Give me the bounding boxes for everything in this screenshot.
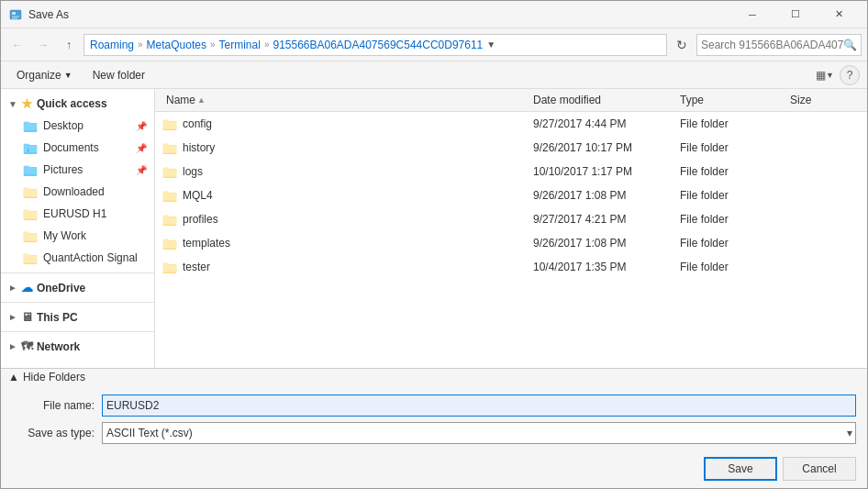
- sidebar: ▼ ★ Quick access Desktop 📌 ↓ Documents: [1, 89, 155, 368]
- row-date: 10/10/2017 1:17 PM: [529, 165, 676, 178]
- sidebar-item-documents[interactable]: ↓ Documents 📌: [1, 137, 154, 159]
- breadcrumb-sep-1: »: [138, 39, 143, 50]
- hide-folders-icon: ▲: [8, 371, 19, 383]
- main-content: ▼ ★ Quick access Desktop 📌 ↓ Documents: [1, 89, 867, 368]
- col-header-date[interactable]: Date modified: [529, 91, 676, 109]
- view-icon: ▦: [816, 69, 826, 82]
- thispc-icon: 🖥: [21, 310, 33, 324]
- row-type: File folder: [676, 213, 786, 226]
- row-folder-icon: [162, 117, 177, 131]
- sidebar-item-mywork[interactable]: My Work: [1, 225, 154, 247]
- sidebar-item-quantaction[interactable]: QuantAction Signal: [1, 247, 154, 269]
- col-type-label: Type: [680, 94, 704, 106]
- up-button[interactable]: ↑: [58, 34, 80, 56]
- organize-dropdown-icon: ▼: [64, 71, 72, 80]
- back-button[interactable]: ←: [6, 34, 28, 56]
- hide-folders-label: Hide Folders: [23, 371, 85, 383]
- toolbar: Organize ▼ New folder ▦ ▼ ?: [1, 61, 867, 89]
- filename-input[interactable]: [102, 395, 856, 417]
- row-date: 9/27/2017 4:44 PM: [529, 117, 676, 130]
- addressbar: ← → ↑ Roaming » MetaQuotes » Terminal » …: [1, 28, 867, 61]
- folder-icon-quantaction: [23, 250, 38, 265]
- sidebar-section-network[interactable]: ► 🗺 Network: [1, 336, 154, 357]
- row-date: 9/26/2017 10:17 PM: [529, 141, 676, 154]
- forward-button[interactable]: →: [32, 34, 54, 56]
- breadcrumb-dropdown-button[interactable]: ▼: [484, 34, 497, 56]
- row-date: 9/26/2017 1:08 PM: [529, 237, 676, 250]
- row-date: 10/4/2017 1:35 PM: [529, 261, 676, 273]
- documents-pin-icon: 📌: [136, 143, 147, 153]
- sidebar-section-thispc[interactable]: ► 🖥 This PC: [1, 306, 154, 328]
- filetype-select[interactable]: ASCII Text (*.csv): [102, 422, 856, 444]
- col-header-type[interactable]: Type: [676, 91, 786, 109]
- titlebar-controls: ─ ☐ ✕: [731, 1, 860, 28]
- folder-icon-downloaded: [23, 184, 38, 199]
- col-size-label: Size: [790, 94, 811, 106]
- search-input[interactable]: [701, 39, 843, 51]
- titlebar: Save As ─ ☐ ✕: [1, 1, 867, 28]
- quantaction-label: QuantAction Signal: [43, 251, 138, 264]
- sidebar-divider-1: [1, 272, 154, 273]
- maximize-button[interactable]: ☐: [774, 1, 817, 28]
- new-folder-label: New folder: [93, 69, 145, 82]
- sidebar-item-pictures[interactable]: Pictures 📌: [1, 159, 154, 181]
- organize-label: Organize: [17, 69, 61, 82]
- folder-icon-documents: ↓: [23, 140, 38, 155]
- file-rows-container: config 9/27/2017 4:44 PM File folder his…: [155, 112, 867, 279]
- row-folder-icon: [162, 164, 177, 179]
- minimize-button[interactable]: ─: [731, 1, 773, 28]
- search-icon: 🔍: [843, 39, 857, 51]
- new-folder-button[interactable]: New folder: [84, 65, 153, 85]
- breadcrumb-roaming[interactable]: Roaming: [90, 39, 134, 51]
- file-list-header: Name ▲ Date modified Type Size: [155, 89, 867, 112]
- table-row[interactable]: profiles 9/27/2017 4:21 PM File folder: [155, 207, 867, 231]
- col-date-label: Date modified: [533, 94, 601, 106]
- toolbar-right: ▦ ▼ ?: [814, 65, 860, 85]
- breadcrumb-folder-id[interactable]: 915566BA06ADA407569C544CC0D97611: [273, 39, 483, 51]
- view-button[interactable]: ▦ ▼: [814, 65, 836, 85]
- table-row[interactable]: history 9/26/2017 10:17 PM File folder: [155, 136, 867, 160]
- svg-text:↓: ↓: [27, 146, 30, 152]
- row-type: File folder: [676, 165, 786, 178]
- col-header-name[interactable]: Name ▲: [162, 91, 529, 109]
- sidebar-item-downloaded[interactable]: Downloaded: [1, 181, 154, 203]
- col-header-size[interactable]: Size: [786, 91, 860, 109]
- filetype-select-wrapper: ASCII Text (*.csv): [102, 422, 856, 444]
- row-type: File folder: [676, 261, 786, 273]
- row-type: File folder: [676, 237, 786, 250]
- help-button[interactable]: ?: [840, 65, 860, 85]
- close-button[interactable]: ✕: [818, 1, 860, 28]
- sort-arrow-name: ▲: [197, 95, 206, 105]
- titlebar-icon: [8, 7, 23, 22]
- quick-access-collapse-icon: ▼: [8, 99, 17, 109]
- onedrive-collapse-icon: ►: [8, 283, 17, 293]
- quick-access-star-icon: ★: [21, 96, 33, 111]
- table-row[interactable]: templates 9/26/2017 1:08 PM File folder: [155, 231, 867, 255]
- refresh-button[interactable]: ↻: [671, 34, 693, 56]
- table-row[interactable]: MQL4 9/26/2017 1:08 PM File folder: [155, 183, 867, 207]
- breadcrumb: Roaming » MetaQuotes » Terminal » 915566…: [83, 34, 667, 56]
- sidebar-item-desktop[interactable]: Desktop 📌: [1, 115, 154, 137]
- organize-button[interactable]: Organize ▼: [8, 65, 81, 85]
- sidebar-section-quick-access[interactable]: ▼ ★ Quick access: [1, 93, 154, 115]
- breadcrumb-metaquotes[interactable]: MetaQuotes: [147, 39, 206, 51]
- filename-row: File name:: [12, 395, 856, 417]
- table-row[interactable]: logs 10/10/2017 1:17 PM File folder: [155, 160, 867, 183]
- row-date: 9/26/2017 1:08 PM: [529, 189, 676, 202]
- table-row[interactable]: tester 10/4/2017 1:35 PM File folder: [155, 255, 867, 279]
- sidebar-section-onedrive[interactable]: ► ☁ OneDrive: [1, 277, 154, 298]
- svg-rect-1: [12, 12, 16, 15]
- table-row[interactable]: config 9/27/2017 4:44 PM File folder: [155, 112, 867, 136]
- hide-folders-toggle[interactable]: ▲ Hide Folders: [1, 369, 867, 387]
- breadcrumb-terminal[interactable]: Terminal: [219, 39, 261, 51]
- sidebar-item-eurusd[interactable]: EURUSD H1: [1, 203, 154, 225]
- quick-access-label: Quick access: [37, 97, 107, 110]
- documents-label: Documents: [43, 141, 99, 154]
- cancel-button[interactable]: Cancel: [783, 457, 856, 481]
- save-button[interactable]: Save: [704, 457, 777, 481]
- onedrive-label: OneDrive: [37, 282, 85, 295]
- onedrive-icon: ☁: [21, 281, 33, 295]
- row-date: 9/27/2017 4:21 PM: [529, 213, 676, 226]
- row-folder-icon: [162, 236, 177, 250]
- filetype-row: Save as type: ASCII Text (*.csv): [12, 422, 856, 444]
